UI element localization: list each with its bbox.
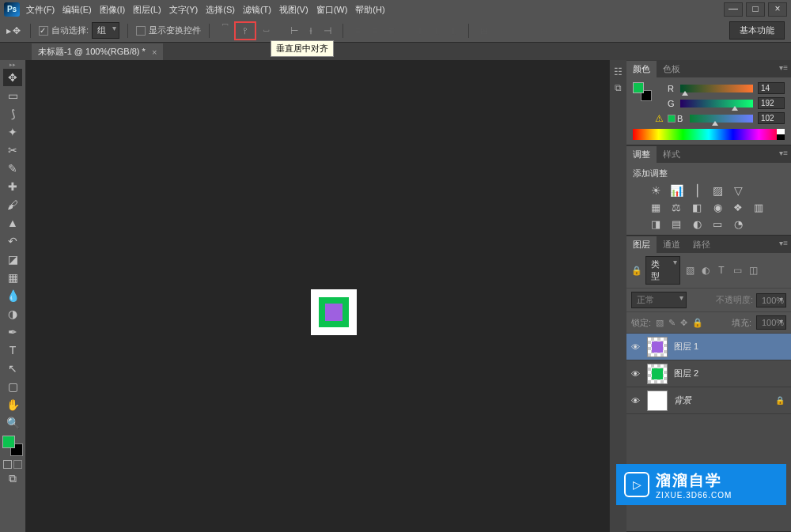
align-bottom-icon[interactable]: ⎵: [259, 21, 273, 36]
panel-fg-swatch[interactable]: [633, 82, 644, 93]
quick-mask-toggle[interactable]: [3, 460, 22, 469]
menu-select[interactable]: 选择(S): [206, 4, 235, 16]
type-tool[interactable]: T: [3, 341, 22, 359]
color-ramp[interactable]: [633, 129, 785, 140]
blend-mode-select[interactable]: 正常: [631, 292, 687, 308]
tab-styles[interactable]: 样式: [657, 146, 687, 163]
document-tab[interactable]: 未标题-1 @ 100%(RGB/8) * ×: [32, 43, 163, 60]
filter-adjust-icon[interactable]: ◐: [699, 265, 712, 276]
crop-tool[interactable]: ✂: [3, 141, 22, 159]
visibility-icon[interactable]: 👁: [630, 369, 641, 379]
align-hcenter-icon[interactable]: ⫲: [304, 24, 318, 38]
posterize-icon[interactable]: ▤: [669, 218, 683, 230]
opacity-value[interactable]: 100%: [756, 293, 786, 308]
show-transform-checkbox[interactable]: [136, 26, 146, 36]
menu-layer[interactable]: 图层(L): [133, 4, 161, 16]
b-value[interactable]: 102: [758, 112, 785, 124]
toolbox-expand-icon[interactable]: ▸▸: [3, 62, 22, 68]
filter-lock-icon[interactable]: 🔒: [631, 266, 642, 276]
bw-icon[interactable]: ◧: [690, 202, 704, 213]
tab-channels[interactable]: 通道: [657, 236, 687, 253]
lock-pos-icon[interactable]: ✥: [680, 318, 687, 328]
dodge-tool[interactable]: ◑: [3, 305, 22, 323]
workspace-switcher[interactable]: 基本功能: [729, 21, 785, 40]
layer-2-object[interactable]: [319, 297, 349, 327]
filter-pixel-icon[interactable]: ▧: [683, 265, 696, 276]
panel-menu-icon[interactable]: ▾≡: [779, 149, 788, 157]
panel-menu-icon[interactable]: ▾≡: [779, 239, 788, 247]
r-slider[interactable]: [680, 85, 753, 92]
layer-name[interactable]: 背景: [674, 394, 769, 406]
lasso-tool[interactable]: ⟆: [3, 105, 22, 123]
lock-all-icon[interactable]: 🔒: [692, 318, 703, 328]
tab-swatches[interactable]: 色板: [657, 61, 687, 77]
lookup-icon[interactable]: ▥: [751, 202, 766, 213]
filter-type-icon[interactable]: T: [715, 265, 728, 276]
tab-adjustments[interactable]: 调整: [626, 146, 657, 163]
history-panel-icon[interactable]: ☷: [612, 66, 625, 79]
close-button[interactable]: ×: [768, 2, 787, 17]
invert-icon[interactable]: ◨: [649, 218, 663, 230]
gradient-map-icon[interactable]: ▭: [710, 218, 725, 230]
auto-select-mode[interactable]: 组: [92, 22, 119, 39]
layer-row[interactable]: 👁 背景 🔒: [626, 387, 791, 414]
fill-value[interactable]: 100%: [756, 315, 786, 330]
hue-icon[interactable]: ▦: [649, 202, 663, 213]
marquee-tool[interactable]: ▭: [3, 87, 22, 104]
shape-tool[interactable]: ▢: [3, 378, 22, 395]
menu-image[interactable]: 图像(I): [100, 4, 125, 16]
eyedropper-tool[interactable]: ✎: [3, 160, 22, 177]
minimize-button[interactable]: —: [724, 2, 743, 17]
align-right-icon[interactable]: ⊣: [320, 24, 335, 38]
filter-kind-select[interactable]: 类型: [645, 256, 680, 285]
foreground-color-swatch[interactable]: [2, 436, 15, 448]
levels-icon[interactable]: 📊: [669, 184, 683, 197]
align-top-icon[interactable]: ⎴: [218, 21, 232, 36]
gamut-warning-icon[interactable]: ⚠: [655, 113, 663, 124]
menu-edit[interactable]: 编辑(E): [62, 4, 92, 16]
threshold-icon[interactable]: ◐: [690, 218, 704, 230]
layer-thumb[interactable]: [647, 391, 668, 411]
visibility-icon[interactable]: 👁: [630, 342, 641, 352]
filter-shape-icon[interactable]: ▭: [731, 265, 744, 276]
selective-icon[interactable]: ◔: [731, 218, 745, 230]
dist-bottom-icon[interactable]: ≡: [384, 24, 399, 38]
align-vcenter-icon[interactable]: ⫯: [238, 24, 252, 38]
blur-tool[interactable]: 💧: [3, 287, 22, 304]
layer-1-object[interactable]: [325, 304, 343, 321]
auto-select-checkbox[interactable]: [39, 26, 48, 36]
zoom-tool[interactable]: 🔍: [3, 414, 22, 432]
history-brush-tool[interactable]: ↶: [3, 232, 22, 250]
close-doc-icon[interactable]: ×: [152, 47, 157, 57]
layer-row[interactable]: 👁 图层 2: [626, 360, 791, 387]
layer-thumb[interactable]: [647, 337, 668, 357]
layer-name[interactable]: 图层 1: [674, 341, 788, 353]
layer-name[interactable]: 图层 2: [674, 368, 788, 379]
visibility-icon[interactable]: 👁: [630, 396, 641, 406]
brightness-icon[interactable]: ☀: [649, 184, 663, 197]
menu-filter[interactable]: 滤镜(T): [243, 4, 271, 16]
path-tool[interactable]: ↖: [3, 360, 22, 377]
white-swatch[interactable]: [777, 129, 785, 134]
panel-menu-icon[interactable]: ▾≡: [779, 63, 788, 72]
tab-color[interactable]: 颜色: [626, 61, 657, 77]
curves-icon[interactable]: ⎮: [690, 184, 704, 197]
tab-layers[interactable]: 图层: [626, 236, 657, 253]
filter-smart-icon[interactable]: ◫: [747, 265, 759, 276]
vibrance-icon[interactable]: ▽: [731, 184, 745, 197]
hand-tool[interactable]: ✋: [3, 396, 22, 413]
pen-tool[interactable]: ✒: [3, 323, 22, 341]
lock-trans-icon[interactable]: ▧: [656, 318, 664, 328]
g-slider[interactable]: [680, 100, 753, 108]
dist-right-icon[interactable]: ⦀: [446, 24, 460, 38]
menu-help[interactable]: 帮助(H): [355, 4, 384, 16]
canvas[interactable]: [26, 60, 609, 532]
dist-top-icon[interactable]: ≡: [351, 24, 365, 38]
balance-icon[interactable]: ⚖: [669, 202, 683, 213]
exposure-icon[interactable]: ▨: [710, 184, 725, 197]
menu-file[interactable]: 文件(F): [26, 4, 55, 16]
panel-swatches[interactable]: [633, 82, 652, 101]
properties-panel-icon[interactable]: ⧉: [612, 82, 625, 95]
black-swatch[interactable]: [777, 134, 785, 140]
g-value[interactable]: 192: [758, 97, 785, 109]
